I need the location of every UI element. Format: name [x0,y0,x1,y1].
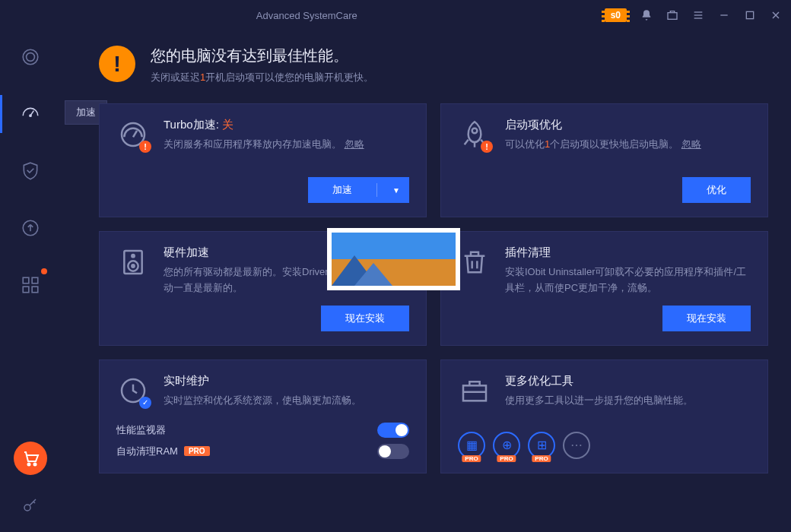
svg-rect-13 [23,277,29,283]
card-desc: 安装IObit Uninstaller可卸载不必要的应用程序和插件/工具栏，从而… [505,264,751,296]
bell-icon[interactable] [640,9,653,21]
autoram-toggle[interactable] [377,444,409,459]
svg-point-26 [132,255,134,257]
card-desc: 关闭服务和应用程序释放内存加速电脑。 忽略 [164,137,409,153]
cart-button[interactable] [14,442,47,475]
tool-apps-icon[interactable]: ⊞PRO [528,432,555,459]
pro-badge: PRO [184,446,210,456]
alert-badge: ! [139,141,151,153]
key-button[interactable] [15,490,46,521]
ignore-link[interactable]: 忽略 [345,138,364,150]
card-title: 实时维护 [164,374,409,388]
svg-rect-30 [463,385,486,401]
toolbox-icon [458,374,491,407]
card-turbo: ! Turbo加速: 关 关闭服务和应用程序释放内存加速电脑。 忽略 加速▼ [99,103,427,217]
briefcase-icon[interactable] [666,9,678,21]
sidebar: 加速 [0,30,61,532]
rocket-icon: ! [458,118,491,151]
svg-point-17 [28,464,30,466]
alert-badge: ! [481,141,493,153]
sidebar-item-speedup[interactable] [15,99,46,129]
svg-line-21 [133,131,137,137]
notification-dot [41,268,47,274]
card-startup: ! 启动项优化 可以优化1个启动项以更快地启动电脑。 忽略 优化 [440,103,768,217]
card-plugin: 插件清理 安装IObit Uninstaller可卸载不必要的应用程序和插件/工… [440,231,768,346]
card-desc: 可以优化1个启动项以更快地启动电脑。 忽略 [505,137,751,153]
warning-icon: ! [99,46,135,82]
page-subtitle: 关闭或延迟1开机启动项可以使您的电脑开机更快。 [151,71,373,84]
minimize-button[interactable] [718,9,730,21]
install-button[interactable]: 现在安装 [662,306,751,331]
svg-rect-5 [746,11,753,18]
speedup-button[interactable]: 加速▼ [308,177,409,203]
card-title: 插件清理 [505,245,751,260]
svg-point-25 [132,264,134,267]
sidebar-item-scan[interactable] [15,42,46,72]
page-title: 您的电脑没有达到最佳性能。 [151,46,373,66]
svg-point-22 [472,128,478,134]
maximize-button[interactable] [744,9,756,21]
tool-ram-icon[interactable]: ▦PRO [458,432,485,459]
optimize-button[interactable]: 优化 [682,177,751,203]
ignore-link[interactable]: 忽略 [681,138,701,150]
titlebar: Advanced SystemCare s0 [0,0,791,30]
monitor-toggle[interactable] [377,423,409,438]
card-moretools: 更多优化工具 使用更多工具以进一步提升您的电脑性能。 ▦PRO ⊕PRO ⊞PR… [440,359,768,473]
trash-icon [458,245,491,279]
card-desc: 使用更多工具以进一步提升您的电脑性能。 [505,393,751,409]
svg-rect-0 [668,13,677,20]
sidebar-item-toolbox[interactable] [15,270,46,300]
svg-rect-15 [23,287,29,293]
menu-icon[interactable] [692,9,704,21]
page-header: ! 您的电脑没有达到最佳性能。 关闭或延迟1开机启动项可以使您的电脑开机更快。 [99,46,768,84]
toggle-label: 自动清理RAM [116,445,178,458]
sidebar-item-protect[interactable] [15,156,46,186]
check-badge: ✓ [139,397,151,409]
svg-rect-16 [32,287,38,293]
gauge-icon: ! [116,118,150,151]
tool-more-icon[interactable]: ⋯ [563,432,590,459]
speaker-icon [116,245,150,279]
card-title: 启动项优化 [505,118,751,132]
card-realtime: ✓ 实时维护 实时监控和优化系统资源，使电脑更加流畅。 性能监视器 [99,359,427,473]
clock-icon: ✓ [116,374,150,407]
chevron-down-icon[interactable]: ▼ [383,186,409,195]
app-title: Advanced SystemCare [9,10,605,21]
close-button[interactable] [770,9,782,21]
toggle-label: 性能监视器 [116,423,166,437]
svg-point-19 [24,505,30,511]
card-title: Turbo加速: 关 [164,118,409,132]
card-title: 更多优化工具 [505,374,751,388]
svg-point-8 [23,49,38,65]
svg-rect-14 [32,277,38,283]
promo-badge[interactable]: s0 [605,8,627,22]
tool-network-icon[interactable]: ⊕PRO [493,432,520,459]
sidebar-item-update[interactable] [15,213,46,243]
card-desc: 实时监控和优化系统资源，使电脑更加流畅。 [164,393,409,409]
svg-point-18 [34,464,37,466]
install-button[interactable]: 现在安装 [321,306,409,331]
svg-point-11 [30,115,31,116]
svg-point-9 [27,53,35,62]
overlay-image [327,228,460,290]
